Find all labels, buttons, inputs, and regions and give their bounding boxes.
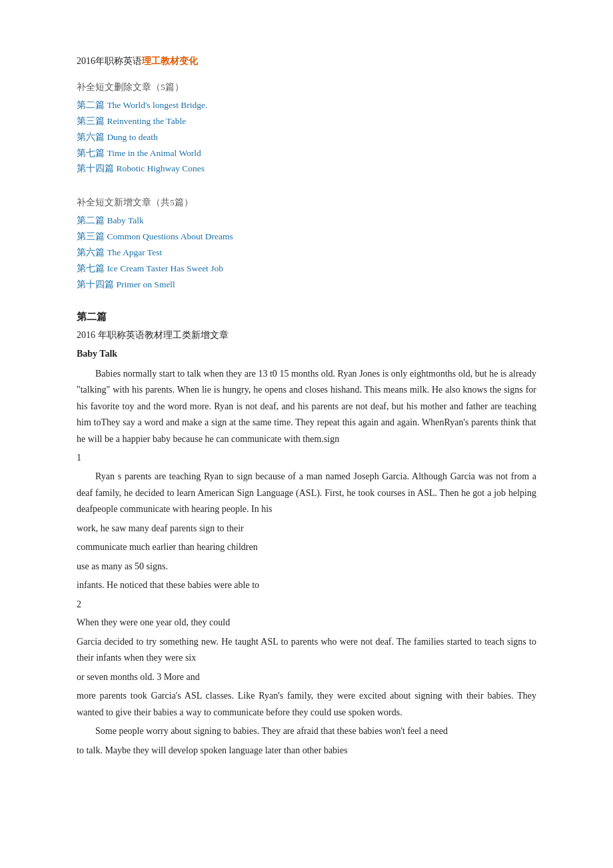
section1-header: 补全短文删除文章（5篇）	[77, 80, 536, 95]
main-title: 2016年职称英语理工教材变化	[77, 53, 536, 69]
toc-link-2-1[interactable]: 第二篇 Baby Talk	[77, 213, 536, 229]
chapter-heading: 第二篇	[77, 309, 536, 326]
number-marker-2: 2	[77, 597, 536, 613]
section1: 补全短文删除文章（5篇） 第二篇 The World's longest Bri…	[77, 80, 536, 177]
section2: 补全短文新增文章（共5篇） 第二篇 Baby Talk 第三篇 Common Q…	[77, 195, 536, 293]
paragraph-3-2: Garcia decided to try something new. He …	[77, 634, 536, 667]
paragraph-4-indent: Some people worry about signing to babie…	[77, 723, 536, 740]
paragraph-3-4: more parents took Garcia's ASL classes. …	[77, 688, 536, 721]
paragraph-2-cont4: infants. He noticed that these babies we…	[77, 577, 536, 594]
toc-link-2-5[interactable]: 第十四篇 Primer on Smell	[77, 277, 536, 293]
paragraph-2-cont1: work, he saw many deaf parents sign to t…	[77, 521, 536, 537]
toc-link-2-4[interactable]: 第七篇 Ice Cream Taster Has Sweet Job	[77, 261, 536, 277]
toc-link-2-2[interactable]: 第三篇 Common Questions About Dreams	[77, 229, 536, 245]
toc-link-2-3[interactable]: 第六篇 The Apgar Test	[77, 245, 536, 261]
toc-link-1-5[interactable]: 第十四篇 Robotic Highway Cones	[77, 161, 536, 177]
paragraph-3-1: When they were one year old, they could	[77, 615, 536, 631]
number-marker-1: 1	[77, 450, 536, 466]
paragraph-4-cont: to talk. Maybe they will develop spoken …	[77, 743, 536, 759]
article-title: Baby Talk	[77, 346, 536, 362]
toc-link-1-2[interactable]: 第三篇 Reinventing the Table	[77, 114, 536, 129]
section2-header: 补全短文新增文章（共5篇）	[77, 195, 536, 211]
toc-link-1-3[interactable]: 第六篇 Dung to death	[77, 130, 536, 145]
year-label: 2016 年职称英语教材理工类新增文章	[77, 327, 536, 344]
toc-link-1-1[interactable]: 第二篇 The World's longest Bridge.	[77, 98, 536, 113]
paragraph-2-cont3: use as many as 50 signs.	[77, 559, 536, 575]
main-title-prefix: 2016年职称英语	[77, 56, 142, 66]
paragraph-1: Babies normally start to talk when they …	[77, 366, 536, 448]
paragraph-3-3: or seven months old. 3 More and	[77, 669, 536, 686]
paragraph-2-indent: Ryan s parents are teaching Ryan to sign…	[77, 469, 536, 518]
toc-link-1-4[interactable]: 第七篇 Time in the Animal World	[77, 146, 536, 161]
paragraph-2-cont2: communicate much earlier than hearing ch…	[77, 539, 536, 556]
main-title-highlight: 理工教材变化	[142, 56, 198, 66]
